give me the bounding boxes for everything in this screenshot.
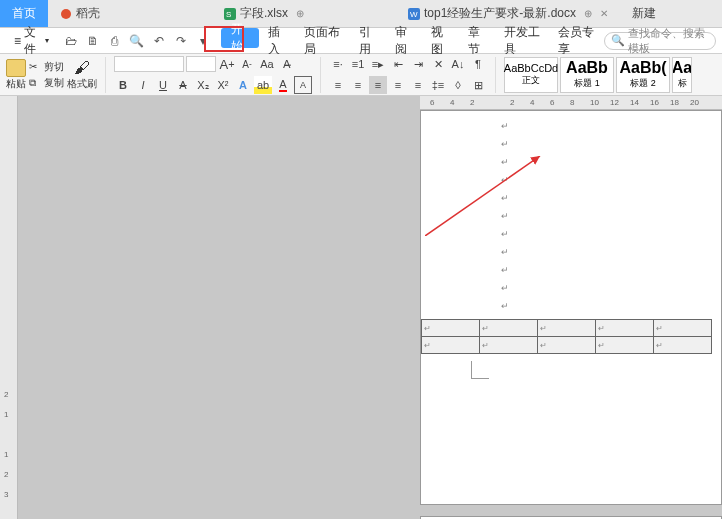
ribbon-tab-start[interactable]: 开始 xyxy=(221,28,259,48)
h-tick: 12 xyxy=(610,98,619,107)
qat-print-icon[interactable]: ⎙ xyxy=(105,31,125,51)
h-tick: 2 xyxy=(510,98,514,107)
style-h2-preview: AaBb( xyxy=(619,59,666,77)
svg-text:W: W xyxy=(410,10,418,19)
para-mark: ↵ xyxy=(501,301,509,311)
multilevel-list-button[interactable]: ≡▸ xyxy=(369,55,387,73)
ribbon-tab-ref-label: 引用 xyxy=(359,24,377,58)
copy-button[interactable]: ⧉复制 xyxy=(29,76,64,90)
ribbon-tab-insert[interactable]: 插入 xyxy=(259,28,295,54)
ribbon-tab-view-label: 视图 xyxy=(431,24,449,58)
document-page-1[interactable]: ↵ ↵ ↵ ↵ ↵ ↵ ↵ ↵ ↵ ↵ ↵ ↵↵↵↵↵ ↵↵↵↵↵ xyxy=(420,110,722,505)
text-effect-button[interactable]: A xyxy=(234,76,252,94)
tab-new[interactable]: 新建 xyxy=(620,0,668,27)
style-h1-label: 标题 1 xyxy=(574,77,600,90)
h-tick: 10 xyxy=(590,98,599,107)
search-icon: 🔍 xyxy=(611,34,625,47)
number-list-button[interactable]: ≡1 xyxy=(349,55,367,73)
ribbon-tab-ref[interactable]: 引用 xyxy=(350,28,386,54)
tab-daoke[interactable]: 稻壳 xyxy=(48,0,112,27)
style-body-label: 正文 xyxy=(522,74,540,87)
ribbon-tab-member[interactable]: 会员专享 xyxy=(549,28,604,54)
ribbon-tab-chapter-label: 章节 xyxy=(468,24,486,58)
h-tick: 6 xyxy=(430,98,434,107)
qat-redo-icon[interactable]: ↷ xyxy=(171,31,191,51)
style-h3[interactable]: Aa 标 xyxy=(672,57,692,93)
vertical-ruler[interactable]: 2 1 1 2 3 xyxy=(0,96,18,519)
h-tick: 4 xyxy=(450,98,454,107)
document-workspace: 2 1 1 2 3 6 4 2 2 4 6 8 10 12 14 16 18 2… xyxy=(0,96,722,519)
decrease-indent-button[interactable]: ⇤ xyxy=(389,55,407,73)
increase-indent-button[interactable]: ⇥ xyxy=(409,55,427,73)
change-case-button[interactable]: Aa xyxy=(258,55,276,73)
separator xyxy=(495,57,496,93)
paragraph-group: ≡· ≡1 ≡▸ ⇤ ⇥ ✕ A↓ ¶ ≡ ≡ ≡ ≡ ≡ ‡≡ ◊ ⊞ xyxy=(329,55,487,94)
paste-button[interactable]: 粘贴 xyxy=(6,59,26,91)
ribbon-tab-devtools[interactable]: 开发工具 xyxy=(495,28,550,54)
paste-label: 粘贴 xyxy=(6,77,26,91)
ribbon-tabs: 开始 插入 页面布局 引用 审阅 视图 章节 开发工具 会员专享 xyxy=(221,28,604,54)
align-distribute-button[interactable]: ≡ xyxy=(409,76,427,94)
italic-button[interactable]: I xyxy=(134,76,152,94)
styles-gallery: AaBbCcDd 正文 AaBb 标题 1 AaBb( 标题 2 Aa 标 xyxy=(504,57,692,93)
line-spacing-button[interactable]: ‡≡ xyxy=(429,76,447,94)
show-marks-button[interactable]: ¶ xyxy=(469,55,487,73)
tab-new-label: 新建 xyxy=(632,5,656,22)
format-painter-button[interactable]: 🖌 格式刷 xyxy=(67,59,97,91)
increase-font-button[interactable]: A+ xyxy=(218,55,236,73)
ribbon-tab-devtools-label: 开发工具 xyxy=(504,24,541,58)
qat-preview-icon[interactable]: 🔍 xyxy=(127,31,147,51)
style-h2[interactable]: AaBb( 标题 2 xyxy=(616,57,670,93)
document-table[interactable]: ↵↵↵↵↵ ↵↵↵↵↵ xyxy=(421,319,712,354)
subscript-button[interactable]: X₂ xyxy=(194,76,212,94)
font-size-select[interactable] xyxy=(186,56,216,72)
tab-xlsx[interactable]: S 字段.xlsx ⊕ xyxy=(212,0,316,27)
menubar: ≡ 文件 ▾ 🗁 🗎 ⎙ 🔍 ↶ ↷ ▾ 开始 插入 页面布局 引用 审阅 视图… xyxy=(0,28,722,54)
strike-button[interactable]: A xyxy=(174,76,192,94)
para-mark: ↵ xyxy=(501,175,509,185)
underline-button[interactable]: U xyxy=(154,76,172,94)
highlight-button[interactable]: ab xyxy=(254,76,272,94)
qat-save-icon[interactable]: 🗎 xyxy=(83,31,103,51)
align-right-button[interactable]: ≡ xyxy=(369,76,387,94)
align-left-button[interactable]: ≡ xyxy=(329,76,347,94)
font-color-button[interactable]: A xyxy=(274,76,292,94)
decrease-font-button[interactable]: A- xyxy=(238,55,256,73)
file-menu[interactable]: ≡ 文件 ▾ xyxy=(6,30,57,52)
superscript-button[interactable]: X² xyxy=(214,76,232,94)
clear-format-button[interactable]: A̶ xyxy=(278,55,296,73)
tab-xlsx-pin-icon[interactable]: ⊕ xyxy=(296,8,304,19)
ribbon-tab-chapter[interactable]: 章节 xyxy=(459,28,495,54)
horizontal-ruler[interactable]: 6 4 2 2 4 6 8 10 12 14 16 18 20 xyxy=(420,96,722,110)
v-tick: 2 xyxy=(4,390,8,399)
align-justify-button[interactable]: ≡ xyxy=(389,76,407,94)
search-placeholder: 查找命令、搜索模板 xyxy=(628,26,709,56)
search-box[interactable]: 🔍 查找命令、搜索模板 xyxy=(604,32,716,50)
ribbon-tab-view[interactable]: 视图 xyxy=(422,28,458,54)
char-border-button[interactable]: A xyxy=(294,76,312,94)
style-body[interactable]: AaBbCcDd 正文 xyxy=(504,57,558,93)
bold-button[interactable]: B xyxy=(114,76,132,94)
ribbon-tab-layout[interactable]: 页面布局 xyxy=(295,28,350,54)
para-mark: ↵ xyxy=(501,265,509,275)
shading-button[interactable]: ◊ xyxy=(449,76,467,94)
tab-docx-close-icon[interactable]: ✕ xyxy=(600,8,608,19)
borders-button[interactable]: ⊞ xyxy=(469,76,487,94)
font-group: A+ A- Aa A̶ B I U A X₂ X² A ab A A xyxy=(114,55,312,94)
align-center-button[interactable]: ≡ xyxy=(349,76,367,94)
style-h1[interactable]: AaBb 标题 1 xyxy=(560,57,614,93)
qat-open-icon[interactable]: 🗁 xyxy=(61,31,81,51)
sort-button[interactable]: A↓ xyxy=(449,55,467,73)
ribbon-tab-review[interactable]: 审阅 xyxy=(386,28,422,54)
text-tools-button[interactable]: ✕ xyxy=(429,55,447,73)
style-h3-preview: Aa xyxy=(672,59,692,77)
cut-button[interactable]: ✂剪切 xyxy=(29,60,64,74)
bullet-list-button[interactable]: ≡· xyxy=(329,55,347,73)
quick-access-toolbar: 🗁 🗎 ⎙ 🔍 ↶ ↷ ▾ xyxy=(61,31,213,51)
tab-docx-pin-icon[interactable]: ⊕ xyxy=(584,8,592,19)
para-mark: ↵ xyxy=(501,121,509,131)
qat-more-icon[interactable]: ▾ xyxy=(193,31,213,51)
qat-undo-icon[interactable]: ↶ xyxy=(149,31,169,51)
v-tick: 1 xyxy=(4,410,8,419)
font-name-select[interactable] xyxy=(114,56,184,72)
